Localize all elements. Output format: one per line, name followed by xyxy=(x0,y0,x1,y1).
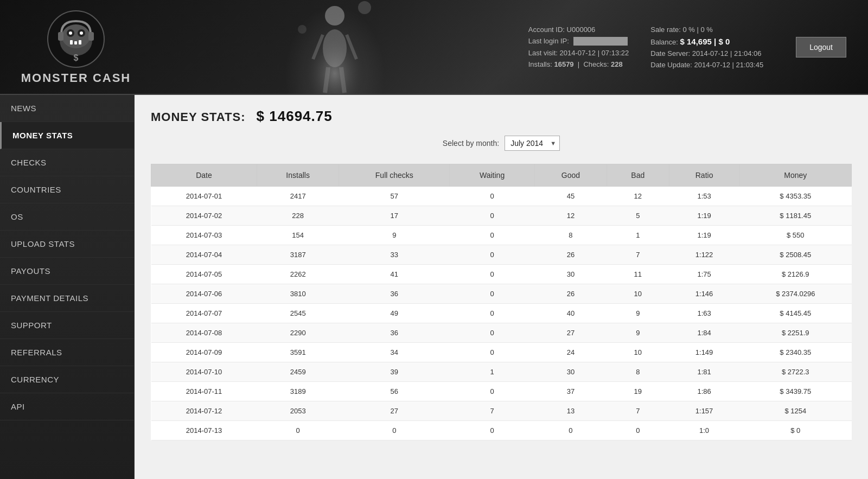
table-cell: $ 0 xyxy=(739,421,851,440)
svg-rect-10 xyxy=(58,32,63,41)
header-center xyxy=(141,0,528,94)
table-cell: 12 xyxy=(607,187,669,206)
col-date: Date xyxy=(151,164,257,187)
account-id: Account ID: U000006 xyxy=(528,25,629,34)
table-row: 2014-07-0431873302671:122$ 2508.45 xyxy=(151,245,852,265)
table-cell: 27 xyxy=(534,323,607,343)
ip-box xyxy=(573,37,628,46)
sidebar-item-countries[interactable]: COUNTRIES xyxy=(0,176,134,203)
table-cell: 0 xyxy=(450,206,535,226)
svg-text:$: $ xyxy=(74,53,79,62)
table-cell: 2014-07-07 xyxy=(151,304,257,323)
table-cell: 1:63 xyxy=(669,304,739,323)
table-cell: 26 xyxy=(534,284,607,304)
table-cell: $ 3439.75 xyxy=(739,382,851,401)
table-cell: $ 2374.0296 xyxy=(739,284,851,304)
page-title-row: MONEY STATS: $ 14694.75 xyxy=(151,108,852,125)
table-cell: 0 xyxy=(257,421,339,440)
balance-value: $ 14,695 | $ 0 xyxy=(680,37,730,46)
table-cell: 0 xyxy=(339,421,450,440)
main-layout: NEWSMONEY STATSCHECKSCOUNTRIESOSUPLOAD S… xyxy=(0,95,868,479)
table-row: 2014-07-022281701251:19$ 1181.45 xyxy=(151,206,852,226)
table-cell: 2417 xyxy=(257,187,339,206)
table-cell: 30 xyxy=(534,362,607,382)
table-cell: 3189 xyxy=(257,382,339,401)
table-row: 2014-07-1220532771371:157$ 1254 xyxy=(151,401,852,421)
table-cell: 154 xyxy=(257,226,339,245)
table-header: DateInstallsFull checksWaitingGoodBadRat… xyxy=(151,164,852,187)
month-select-wrapper[interactable]: July 2014June 2014May 2014April 2014 xyxy=(505,136,560,151)
table-cell: 9 xyxy=(339,226,450,245)
logo-text: MONSTER CASH xyxy=(21,71,131,85)
table-cell: 3187 xyxy=(257,245,339,265)
svg-rect-11 xyxy=(88,32,94,41)
table-cell: 9 xyxy=(607,323,669,343)
header: $ MONSTER CASH xyxy=(0,0,868,95)
table-cell: 228 xyxy=(257,206,339,226)
table-cell: 1:75 xyxy=(669,265,739,284)
svg-rect-8 xyxy=(74,41,77,44)
sidebar-item-checks[interactable]: CHECKS xyxy=(0,149,134,176)
table-cell: 41 xyxy=(339,265,450,284)
table-cell: 1 xyxy=(607,226,669,245)
sidebar-item-upload-stats[interactable]: UPLOAD STATS xyxy=(0,231,134,258)
svg-point-6 xyxy=(80,31,83,35)
svg-rect-7 xyxy=(70,40,73,44)
stats-table: DateInstallsFull checksWaitingGoodBadRat… xyxy=(151,164,852,440)
content-area: MONEY STATS: $ 14694.75 Select by month:… xyxy=(135,95,868,479)
sidebar-item-currency[interactable]: CURRENCY xyxy=(0,366,134,393)
sidebar-item-api[interactable]: API xyxy=(0,393,134,420)
table-cell: 2014-07-05 xyxy=(151,265,257,284)
sidebar-item-money-stats[interactable]: MONEY STATS xyxy=(0,122,134,149)
table-cell: 30 xyxy=(534,265,607,284)
table-row: 2014-07-09359134024101:149$ 2340.35 xyxy=(151,343,852,362)
installs-checks: Installs: 16579 | Checks: 228 xyxy=(528,60,629,68)
logout-button[interactable]: Logout xyxy=(796,37,846,58)
table-cell: 9 xyxy=(607,304,669,323)
table-body: 2014-07-01241757045121:53$ 4353.352014-0… xyxy=(151,187,852,440)
page-title-amount: $ 14694.75 xyxy=(257,108,333,125)
table-cell: 1:84 xyxy=(669,323,739,343)
installs-value: 16579 xyxy=(554,60,573,68)
balance: Balance: $ 14,695 | $ 0 xyxy=(650,37,763,46)
table-row: 2014-07-0315490811:19$ 550 xyxy=(151,226,852,245)
table-cell: 33 xyxy=(339,245,450,265)
col-money: Money xyxy=(739,164,851,187)
table-cell: 37 xyxy=(534,382,607,401)
table-cell: 2014-07-12 xyxy=(151,401,257,421)
table-cell: $ 2251.9 xyxy=(739,323,851,343)
table-cell: 0 xyxy=(450,284,535,304)
month-select[interactable]: July 2014June 2014May 2014April 2014 xyxy=(505,136,560,151)
table-row: 2014-07-11318956037191:86$ 3439.75 xyxy=(151,382,852,401)
table-cell: 0 xyxy=(450,245,535,265)
sidebar-item-news[interactable]: NEWS xyxy=(0,95,134,122)
table-cell: 11 xyxy=(607,265,669,284)
sidebar-item-support[interactable]: SUPPORT xyxy=(0,312,134,339)
table-cell: $ 2722.3 xyxy=(739,362,851,382)
header-info: Account ID: U000006 Last login IP: Last … xyxy=(528,25,629,69)
table-cell: $ 2508.45 xyxy=(739,245,851,265)
table-cell: 2014-07-09 xyxy=(151,343,257,362)
table-cell: 13 xyxy=(534,401,607,421)
sidebar-item-referrals[interactable]: REFERRALS xyxy=(0,339,134,366)
header-info2: Sale rate: 0 % | 0 % Balance: $ 14,695 |… xyxy=(650,25,763,69)
table-cell: 2014-07-11 xyxy=(151,382,257,401)
checks-value: 228 xyxy=(611,60,623,68)
sidebar-item-os[interactable]: OS xyxy=(0,203,134,231)
table-cell: $ 1254 xyxy=(739,401,851,421)
table-cell: 1 xyxy=(450,362,535,382)
table-cell: 10 xyxy=(607,343,669,362)
table-cell: 0 xyxy=(450,187,535,206)
table-cell: $ 4353.35 xyxy=(739,187,851,206)
date-server: Date Server: 2014-07-12 | 21:04:06 xyxy=(650,49,763,58)
decorative-figure xyxy=(280,0,389,94)
sidebar-item-payouts[interactable]: PAYOUTS xyxy=(0,258,134,285)
table-cell: 1:86 xyxy=(669,382,739,401)
table-cell: 2545 xyxy=(257,304,339,323)
svg-point-5 xyxy=(69,31,72,35)
filter-label: Select by month: xyxy=(443,139,499,148)
table-row: 2014-07-01241757045121:53$ 4353.35 xyxy=(151,187,852,206)
sidebar-item-payment-details[interactable]: PAYMENT DETAILS xyxy=(0,285,134,312)
table-cell: 2014-07-13 xyxy=(151,421,257,440)
svg-point-14 xyxy=(325,6,344,25)
